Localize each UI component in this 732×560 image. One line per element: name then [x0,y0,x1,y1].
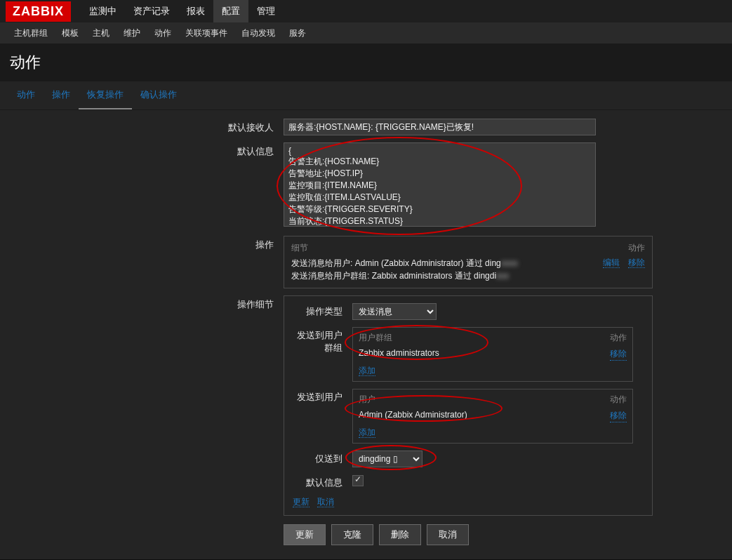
clone-button[interactable]: 克隆 [331,524,373,545]
sendto-select[interactable]: dingding ▯ [352,451,422,467]
ops-label: 操作 [10,236,284,288]
ug-value: Zabbix administrators [359,348,439,361]
ug-add-link[interactable]: 添加 [359,366,375,376]
nav-reports[interactable]: 报表 [178,0,213,22]
message-textarea[interactable] [284,142,596,227]
detail-cancel-link[interactable]: 取消 [317,497,334,507]
user-table: 用户 动作 Admin (Zabbix Administrator) 移除 添加 [352,389,633,444]
sendto-label: 仅送到 [293,451,352,465]
ops-col-detail: 细节 [291,242,308,254]
sub-nav: 主机群组 模板 主机 维护 动作 关联项事件 自动发现 服务 [0,22,732,44]
ug-header: 用户群组 [359,332,392,344]
subnav-hosts[interactable]: 主机 [86,22,117,44]
ops-line-2: 发送消息给用户群组: Zabbix administrators 通过 ding… [291,271,496,281]
detail-panel: 操作类型 发送消息 发送到用户群组 用户群组 动作 [284,295,653,516]
op-type-label: 操作类型 [293,303,352,318]
ops-line-1: 发送消息给用户: Admin (Zabbix Administrator) 通过… [291,258,501,268]
form-tabs: 动作 操作 恢复操作 确认操作 [0,81,732,110]
defmsg-checkbox[interactable] [352,475,364,486]
message-label: 默认信息 [10,142,284,229]
top-bar: ZABBIX 监测中 资产记录 报表 配置 管理 [0,0,732,22]
ug-action-header: 动作 [610,332,627,344]
page-title: 动作 [0,44,732,81]
top-nav: 监测中 资产记录 报表 配置 管理 [81,0,284,22]
subnav-services[interactable]: 服务 [282,22,313,44]
subnav-templates[interactable]: 模板 [55,22,86,44]
ops-remove-link[interactable]: 移除 [628,258,645,268]
delete-button[interactable]: 删除 [379,524,421,545]
u-add-link[interactable]: 添加 [359,427,375,438]
tab-operations[interactable]: 操作 [44,81,79,109]
subnav-correlation[interactable]: 关联项事件 [178,22,234,44]
nav-monitoring[interactable]: 监测中 [81,0,125,22]
send-user-label: 发送到用户 [293,389,352,404]
u-remove-link[interactable]: 移除 [610,410,627,422]
content: 默认接收人 默认信息 操作 细节 动作 发送消息给用户: Admin (Zabb… [0,110,732,559]
tab-recovery[interactable]: 恢复操作 [79,81,132,109]
u-header: 用户 [359,394,375,406]
logo: ZABBIX [6,1,71,22]
cancel-button[interactable]: 取消 [427,524,469,545]
subnav-maintenance[interactable]: 维护 [117,22,147,44]
ops-edit-link[interactable]: 编辑 [603,258,620,268]
nav-admin[interactable]: 管理 [248,0,284,22]
op-type-select[interactable]: 发送消息 [352,303,437,320]
button-row: 更新 克隆 删除 取消 [284,524,722,545]
ug-remove-link[interactable]: 移除 [610,348,627,361]
subnav-discovery[interactable]: 自动发现 [234,22,282,44]
subnav-actions[interactable]: 动作 [147,22,178,44]
subnav-hostgroups[interactable]: 主机群组 [7,22,55,44]
u-action-header: 动作 [610,394,627,406]
nav-config[interactable]: 配置 [213,0,248,22]
u-value: Admin (Zabbix Administrator) [359,410,467,422]
send-usergroup-label: 发送到用户群组 [293,327,352,354]
usergroup-table: 用户群组 动作 Zabbix administrators 移除 添加 [352,327,633,382]
detail-label: 操作细节 [10,295,284,516]
defmsg-label: 默认信息 [293,474,352,489]
update-button[interactable]: 更新 [284,524,326,545]
detail-update-link[interactable]: 更新 [293,497,310,507]
recipient-label: 默认接收人 [10,119,284,135]
ops-col-action: 动作 [628,242,645,254]
tab-action[interactable]: 动作 [8,81,44,109]
nav-inventory[interactable]: 资产记录 [125,0,178,22]
ops-panel: 细节 动作 发送消息给用户: Admin (Zabbix Administrat… [284,236,653,288]
recipient-input[interactable] [284,119,596,135]
tab-ack[interactable]: 确认操作 [132,81,185,109]
